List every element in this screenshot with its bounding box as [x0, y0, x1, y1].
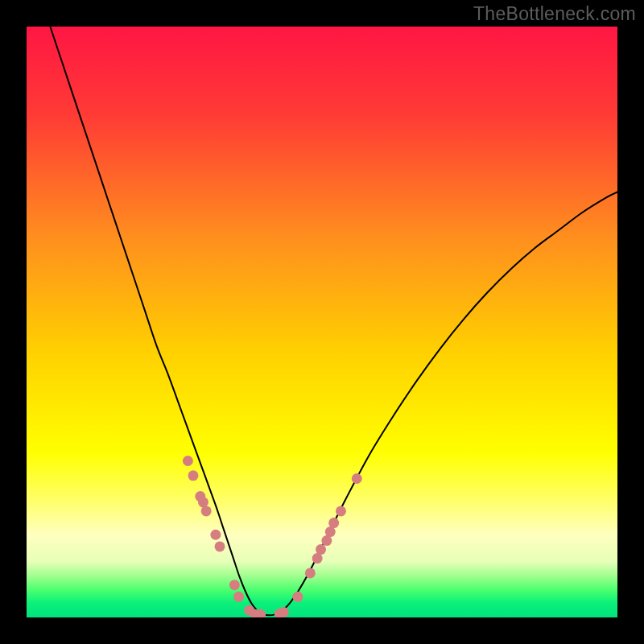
marker-point — [215, 541, 225, 551]
marker-point — [316, 544, 326, 555]
marker-point — [229, 580, 240, 590]
chart-frame: TheBottleneck.com — [0, 0, 644, 644]
marker-point — [336, 506, 346, 516]
marker-point — [188, 470, 198, 481]
watermark-text: TheBottleneck.com — [473, 3, 636, 25]
highlighted-points — [183, 456, 362, 617]
marker-point — [198, 497, 208, 507]
marker-point — [210, 530, 221, 540]
marker-point — [279, 607, 289, 617]
marker-point — [352, 473, 362, 484]
plot-svg — [27, 27, 617, 617]
marker-point — [201, 506, 212, 516]
marker-point — [292, 592, 303, 602]
marker-point — [183, 456, 193, 466]
plot-area — [27, 27, 617, 617]
marker-point — [328, 518, 339, 528]
marker-point — [305, 568, 316, 578]
marker-point — [233, 592, 244, 602]
